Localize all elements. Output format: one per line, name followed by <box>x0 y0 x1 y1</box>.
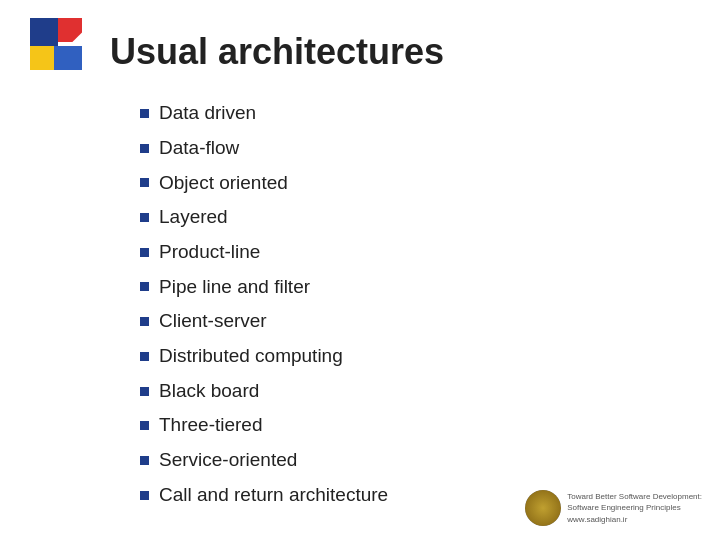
list-item-text: Data driven <box>159 101 256 126</box>
logo-red-square <box>58 18 82 42</box>
list-item-text: Pipe line and filter <box>159 275 310 300</box>
list-item-text: Black board <box>159 379 259 404</box>
watermark: Toward Better Software Development: Soft… <box>525 490 702 526</box>
logo-blue-square <box>30 18 58 46</box>
list-item-text: Data-flow <box>159 136 239 161</box>
list-item-text: Call and return architecture <box>159 483 388 508</box>
list-item: Distributed computing <box>140 344 670 369</box>
watermark-logo <box>525 490 561 526</box>
list-item-text: Client-server <box>159 309 267 334</box>
bullet-icon <box>140 282 149 291</box>
list-item: Pipe line and filter <box>140 275 670 300</box>
watermark-line2: Software Engineering Principles <box>567 503 680 512</box>
list-item-text: Three-tiered <box>159 413 263 438</box>
list-item-text: Layered <box>159 205 228 230</box>
bullet-icon <box>140 387 149 396</box>
list-item-text: Distributed computing <box>159 344 343 369</box>
list-item: Object oriented <box>140 171 670 196</box>
list-item: Service-oriented <box>140 448 670 473</box>
bullet-icon <box>140 421 149 430</box>
list-item: Client-server <box>140 309 670 334</box>
bullet-icon <box>140 213 149 222</box>
bullet-icon <box>140 456 149 465</box>
slide: Usual architectures Data drivenData-flow… <box>0 0 720 540</box>
list-item-text: Object oriented <box>159 171 288 196</box>
bullet-icon <box>140 317 149 326</box>
bullet-icon <box>140 144 149 153</box>
list-item: Layered <box>140 205 670 230</box>
corner-logo <box>30 18 82 70</box>
list-item: Three-tiered <box>140 413 670 438</box>
bullet-icon <box>140 352 149 361</box>
watermark-line3: www.sadighian.ir <box>567 515 627 524</box>
architecture-list: Data drivenData-flowObject orientedLayer… <box>140 101 670 507</box>
bullet-icon <box>140 109 149 118</box>
list-item: Data-flow <box>140 136 670 161</box>
watermark-text: Toward Better Software Development: Soft… <box>567 491 702 525</box>
watermark-line1: Toward Better Software Development: <box>567 492 702 501</box>
list-item: Data driven <box>140 101 670 126</box>
logo-yellow-square <box>30 46 54 70</box>
list-item-text: Service-oriented <box>159 448 297 473</box>
bullet-icon <box>140 248 149 257</box>
list-item: Black board <box>140 379 670 404</box>
logo-blue-small-square <box>54 46 82 70</box>
bullet-icon <box>140 178 149 187</box>
list-item: Product-line <box>140 240 670 265</box>
list-item-text: Product-line <box>159 240 260 265</box>
bullet-icon <box>140 491 149 500</box>
page-title: Usual architectures <box>110 30 670 73</box>
